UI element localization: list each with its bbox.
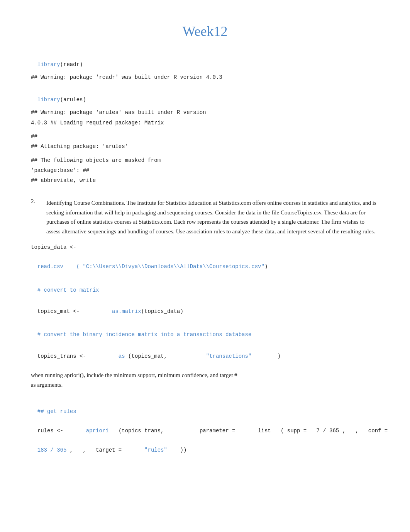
numbered-item-2: 2. Identifying Course Combinations. The … [31,198,379,236]
rules-line2: 183 / 365 , , target = "rules" )) [31,436,379,455]
comment-trans: # convert the binary incidence matrix in… [31,320,379,340]
topics-trans-arg: (topics_mat, [128,353,167,359]
warning4-line1: ## The following objects are masked from [31,156,379,165]
read-csv-line: read.csv ( "C:\\Users\\Divya\\Downloads\… [31,252,379,272]
comment-rules-text: ## get rules [37,408,76,415]
read-csv-path: ( "C:\\Users\\Divya\\Downloads\\AllData\… [76,263,264,270]
library1-arg: (readr) [60,61,83,68]
topics-mat-line: topics_mat <- as.matrix(topics_data) [31,297,379,316]
rules-line1: rules <- apriori (topics_trans, paramete… [31,416,379,436]
library1-line: library(readr) [31,50,379,70]
comment-matrix-text: # convert to matrix [37,287,99,293]
target-label: , target = [83,447,122,453]
topics-mat-assign: topics_mat <- [37,308,80,314]
topics-data-assign: topics_data <- [31,243,379,252]
conf-label: , conf = [355,428,388,434]
warning4-line3: ## abbreviate, write [31,176,379,185]
read-csv-close: ) [264,263,268,270]
page-title: Week12 [31,23,379,39]
warning3-line1: ## [31,132,379,141]
supp-val: 7 / 365 [316,428,339,434]
warning2-line1: ## Warning: package 'arules' was built u… [31,108,379,117]
warning1: ## Warning: package 'readr' was built un… [31,73,379,82]
parameter-kw: parameter = [200,428,235,434]
item2-text: Identifying Course Combinations. The Ins… [46,198,379,236]
prose-apriori-text: when running apriori(), include the mini… [31,372,237,388]
transactions-str: "transactions" [206,353,252,359]
warning2-line2: 4.0.3 ## Loading required package: Matri… [31,119,379,127]
comment-matrix: # convert to matrix [31,275,379,295]
conf-val1: 183 / 365 [37,447,67,453]
topics-data-assign-text: topics_data <- [31,244,76,250]
library2-keyword: library [37,97,60,103]
list-kw: list [258,428,271,434]
target-str: "rules" [144,447,167,453]
comment-rules: ## get rules [31,397,379,416]
library2-arg: (arules) [60,97,86,103]
topics-trans-assign: topics_trans <- [37,353,86,359]
supp-label: ( supp = [281,428,307,434]
rules-assign: rules <- [37,428,63,434]
apriori-kw: apriori [86,428,109,434]
prose-apriori: when running apriori(), include the mini… [31,371,379,390]
rules-close: )) [180,447,187,453]
warning4-line2: 'package:base': ## [31,166,379,175]
library2-line: library(arules) [31,85,379,105]
apriori-args: (topics_trans, [119,428,164,434]
read-csv-spaces [63,263,76,270]
comment-trans-text: # convert the binary incidence matrix in… [37,331,252,338]
topics-trans-line: topics_trans <- as (topics_mat, "transac… [31,342,379,361]
read-csv-keyword: read.csv [37,263,63,270]
topics-mat-arg: (topics_data) [141,308,183,314]
item2-number: 2. [31,198,46,236]
as-kw: as [119,353,125,359]
as-matrix-kw: as.matrix [112,308,141,314]
topics-trans-close: ) [278,353,281,359]
warning3-line2: ## Attaching package: 'arules' [31,142,379,151]
library1-keyword: library [37,61,60,68]
